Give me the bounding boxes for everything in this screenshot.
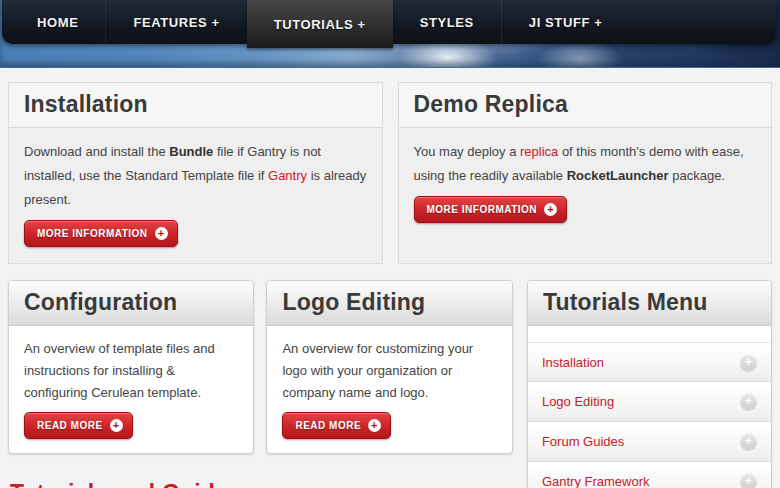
bottom-left-column: Configuration An overview of template fi… bbox=[8, 280, 513, 488]
menu-item-label: Forum Guides bbox=[542, 434, 624, 449]
logo-editing-title: Logo Editing bbox=[282, 289, 425, 315]
section-heading: Tutorials and Guides bbox=[10, 480, 513, 488]
installation-panel: Installation Download and install the Bu… bbox=[8, 82, 383, 264]
menu-item-label: Installation bbox=[542, 355, 604, 370]
demo-replica-panel-header: Demo Replica bbox=[399, 83, 772, 128]
demo-replica-text: You may deploy a replica of this month's… bbox=[414, 140, 757, 188]
demo-replica-panel-body: You may deploy a replica of this month's… bbox=[399, 128, 772, 239]
configuration-panel: Configuration An overview of template fi… bbox=[8, 280, 254, 454]
logo-editing-panel: Logo Editing An overview for customizing… bbox=[266, 280, 512, 454]
configuration-text: An overview of template files and instru… bbox=[24, 338, 238, 404]
menu-item-logo-editing[interactable]: Logo Editing + bbox=[528, 382, 771, 422]
configuration-panel-body: An overview of template files and instru… bbox=[9, 326, 253, 453]
plus-circle-icon: + bbox=[740, 393, 757, 410]
page-content: Installation Download and install the Bu… bbox=[0, 68, 780, 488]
main-navigation: HOME FEATURES + TUTORIALS + STYLES JI ST… bbox=[2, 0, 776, 44]
tutorials-menu-body: Installation + Logo Editing + Forum Guid… bbox=[528, 326, 771, 488]
text-bold: RocketLauncher bbox=[567, 168, 669, 183]
plus-circle-icon: + bbox=[740, 473, 757, 488]
installation-title: Installation bbox=[24, 91, 148, 117]
nav-item-home[interactable]: HOME bbox=[10, 0, 105, 44]
plus-circle-icon: + bbox=[544, 203, 557, 216]
text-segment: You may deploy a bbox=[414, 144, 520, 159]
configuration-panel-header: Configuration bbox=[9, 281, 253, 326]
demo-replica-title: Demo Replica bbox=[414, 91, 569, 117]
plus-circle-icon: + bbox=[740, 433, 757, 450]
menu-item-label: Gantry Framework bbox=[542, 474, 650, 488]
read-more-button[interactable]: READ MORE+ bbox=[24, 412, 133, 439]
button-label: MORE INFORMATION bbox=[37, 228, 148, 239]
installation-panel-header: Installation bbox=[9, 83, 382, 128]
bottom-right-column: Tutorials Menu Installation + Logo Editi… bbox=[527, 280, 772, 488]
plus-circle-icon: + bbox=[368, 419, 381, 432]
plus-circle-icon: + bbox=[155, 227, 168, 240]
logo-editing-panel-header: Logo Editing bbox=[267, 281, 511, 326]
button-label: MORE INFORMATION bbox=[427, 204, 538, 215]
configuration-title: Configuration bbox=[24, 289, 177, 315]
more-information-button[interactable]: MORE INFORMATION+ bbox=[414, 196, 568, 223]
menu-item-label: Logo Editing bbox=[542, 394, 614, 409]
text-segment: package. bbox=[669, 168, 725, 183]
read-more-button[interactable]: READ MORE+ bbox=[282, 412, 391, 439]
nav-item-tutorials[interactable]: TUTORIALS + bbox=[247, 0, 393, 48]
demo-replica-panel: Demo Replica You may deploy a replica of… bbox=[398, 82, 773, 264]
gantry-link[interactable]: Gantry bbox=[268, 168, 307, 183]
logo-editing-panel-body: An overview for customizing your logo wi… bbox=[267, 326, 511, 453]
header-hero-image: HOME FEATURES + TUTORIALS + STYLES JI ST… bbox=[0, 0, 780, 68]
nav-item-styles[interactable]: STYLES bbox=[393, 0, 501, 44]
more-information-button[interactable]: MORE INFORMATION+ bbox=[24, 220, 178, 247]
plus-circle-icon: + bbox=[110, 419, 123, 432]
article-cards: Configuration An overview of template fi… bbox=[8, 280, 513, 454]
bottom-panels-row: Configuration An overview of template fi… bbox=[8, 280, 772, 488]
installation-panel-body: Download and install the Bundle file if … bbox=[9, 128, 382, 263]
tutorials-menu-panel: Tutorials Menu Installation + Logo Editi… bbox=[527, 280, 772, 488]
button-label: READ MORE bbox=[37, 420, 103, 431]
tutorials-menu-title: Tutorials Menu bbox=[543, 289, 708, 315]
nav-item-ji-stuff[interactable]: JI STUFF + bbox=[501, 0, 630, 44]
tutorials-menu-header: Tutorials Menu bbox=[528, 281, 771, 326]
top-panels-row: Installation Download and install the Bu… bbox=[8, 82, 772, 264]
installation-text: Download and install the Bundle file if … bbox=[24, 140, 367, 212]
menu-item-forum-guides[interactable]: Forum Guides + bbox=[528, 422, 771, 462]
menu-item-gantry-framework[interactable]: Gantry Framework + bbox=[528, 462, 771, 488]
logo-editing-text: An overview for customizing your logo wi… bbox=[282, 338, 496, 404]
plus-circle-icon: + bbox=[740, 354, 757, 371]
replica-link[interactable]: replica bbox=[520, 144, 558, 159]
menu-item-installation[interactable]: Installation + bbox=[528, 342, 771, 382]
nav-item-features[interactable]: FEATURES + bbox=[105, 0, 246, 44]
text-segment: Download and install the bbox=[24, 144, 169, 159]
text-bold: Bundle bbox=[169, 144, 213, 159]
button-label: READ MORE bbox=[295, 420, 361, 431]
